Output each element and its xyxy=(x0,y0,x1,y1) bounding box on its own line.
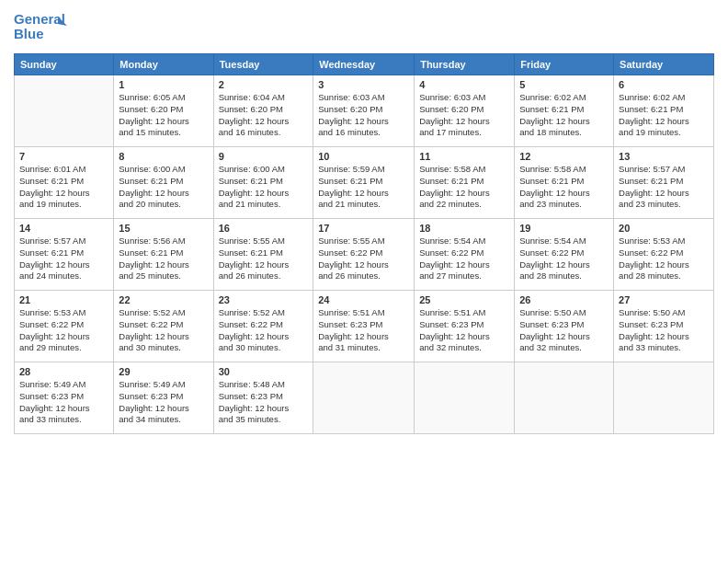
calendar-cell: 1Sunrise: 6:05 AMSunset: 6:20 PMDaylight… xyxy=(114,75,213,147)
day-info: Sunrise: 6:03 AMSunset: 6:20 PMDaylight:… xyxy=(318,92,409,139)
col-header-sunday: Sunday xyxy=(15,54,114,75)
day-number: 24 xyxy=(318,294,409,305)
calendar-cell: 19Sunrise: 5:54 AMSunset: 6:22 PMDayligh… xyxy=(515,219,614,291)
day-number: 19 xyxy=(519,223,609,234)
week-row-4: 21Sunrise: 5:53 AMSunset: 6:22 PMDayligh… xyxy=(15,291,714,362)
day-number: 8 xyxy=(119,151,208,162)
day-number: 9 xyxy=(219,151,309,162)
day-number: 4 xyxy=(419,79,509,90)
day-info: Sunrise: 5:56 AMSunset: 6:21 PMDaylight:… xyxy=(119,236,208,282)
calendar-cell: 24Sunrise: 5:51 AMSunset: 6:23 PMDayligh… xyxy=(313,291,415,362)
day-info: Sunrise: 6:02 AMSunset: 6:21 PMDaylight:… xyxy=(619,92,709,139)
calendar-cell: 30Sunrise: 5:48 AMSunset: 6:23 PMDayligh… xyxy=(213,362,313,434)
calendar-header-row: SundayMondayTuesdayWednesdayThursdayFrid… xyxy=(15,54,714,75)
day-number: 17 xyxy=(318,223,409,234)
day-info: Sunrise: 5:49 AMSunset: 6:23 PMDaylight:… xyxy=(19,379,108,426)
calendar-cell: 8Sunrise: 6:00 AMSunset: 6:21 PMDaylight… xyxy=(114,147,213,219)
day-info: Sunrise: 5:51 AMSunset: 6:23 PMDaylight:… xyxy=(419,307,509,354)
col-header-saturday: Saturday xyxy=(614,54,714,75)
day-info: Sunrise: 5:52 AMSunset: 6:22 PMDaylight:… xyxy=(119,307,208,354)
header: GeneralBlue xyxy=(14,9,714,46)
calendar-cell: 3Sunrise: 6:03 AMSunset: 6:20 PMDaylight… xyxy=(313,75,415,147)
day-number: 23 xyxy=(219,294,309,305)
week-row-2: 7Sunrise: 6:01 AMSunset: 6:21 PMDaylight… xyxy=(15,147,714,219)
calendar-cell xyxy=(515,362,614,434)
day-number: 29 xyxy=(119,366,208,377)
day-info: Sunrise: 6:00 AMSunset: 6:21 PMDaylight:… xyxy=(119,164,208,211)
day-number: 26 xyxy=(519,294,609,305)
day-number: 1 xyxy=(119,79,208,90)
day-info: Sunrise: 5:55 AMSunset: 6:22 PMDaylight:… xyxy=(318,236,409,282)
day-number: 7 xyxy=(19,151,108,162)
day-info: Sunrise: 6:03 AMSunset: 6:20 PMDaylight:… xyxy=(419,92,509,139)
calendar-cell: 9Sunrise: 6:00 AMSunset: 6:21 PMDaylight… xyxy=(213,147,313,219)
col-header-friday: Friday xyxy=(515,54,614,75)
logo-svg: GeneralBlue xyxy=(14,9,69,46)
day-info: Sunrise: 5:59 AMSunset: 6:21 PMDaylight:… xyxy=(318,164,409,211)
day-number: 10 xyxy=(318,151,409,162)
day-info: Sunrise: 6:02 AMSunset: 6:21 PMDaylight:… xyxy=(519,92,609,139)
day-info: Sunrise: 6:01 AMSunset: 6:21 PMDaylight:… xyxy=(19,164,108,211)
day-number: 16 xyxy=(219,223,309,234)
calendar-cell xyxy=(15,75,114,147)
calendar-cell: 21Sunrise: 5:53 AMSunset: 6:22 PMDayligh… xyxy=(15,291,114,362)
day-number: 11 xyxy=(419,151,509,162)
col-header-monday: Monday xyxy=(114,54,213,75)
day-number: 18 xyxy=(419,223,509,234)
calendar-cell: 23Sunrise: 5:52 AMSunset: 6:22 PMDayligh… xyxy=(213,291,313,362)
calendar-cell: 5Sunrise: 6:02 AMSunset: 6:21 PMDaylight… xyxy=(515,75,614,147)
day-info: Sunrise: 6:04 AMSunset: 6:20 PMDaylight:… xyxy=(219,92,309,139)
week-row-5: 28Sunrise: 5:49 AMSunset: 6:23 PMDayligh… xyxy=(15,362,714,434)
day-info: Sunrise: 6:00 AMSunset: 6:21 PMDaylight:… xyxy=(219,164,309,211)
week-row-3: 14Sunrise: 5:57 AMSunset: 6:21 PMDayligh… xyxy=(15,219,714,291)
calendar-cell: 22Sunrise: 5:52 AMSunset: 6:22 PMDayligh… xyxy=(114,291,213,362)
calendar-cell: 27Sunrise: 5:50 AMSunset: 6:23 PMDayligh… xyxy=(614,291,714,362)
col-header-thursday: Thursday xyxy=(415,54,515,75)
day-number: 13 xyxy=(619,151,709,162)
calendar-cell: 16Sunrise: 5:55 AMSunset: 6:21 PMDayligh… xyxy=(213,219,313,291)
calendar-cell: 17Sunrise: 5:55 AMSunset: 6:22 PMDayligh… xyxy=(313,219,415,291)
calendar-cell: 6Sunrise: 6:02 AMSunset: 6:21 PMDaylight… xyxy=(614,75,714,147)
calendar-cell: 13Sunrise: 5:57 AMSunset: 6:21 PMDayligh… xyxy=(614,147,714,219)
calendar-cell: 7Sunrise: 6:01 AMSunset: 6:21 PMDaylight… xyxy=(15,147,114,219)
day-number: 5 xyxy=(519,79,609,90)
day-info: Sunrise: 5:57 AMSunset: 6:21 PMDaylight:… xyxy=(19,236,108,282)
calendar-cell xyxy=(415,362,515,434)
day-info: Sunrise: 5:50 AMSunset: 6:23 PMDaylight:… xyxy=(519,307,609,354)
calendar-cell: 28Sunrise: 5:49 AMSunset: 6:23 PMDayligh… xyxy=(15,362,114,434)
svg-text:General: General xyxy=(14,11,65,27)
day-number: 12 xyxy=(519,151,609,162)
day-info: Sunrise: 5:51 AMSunset: 6:23 PMDaylight:… xyxy=(318,307,409,354)
day-info: Sunrise: 5:49 AMSunset: 6:23 PMDaylight:… xyxy=(119,379,208,426)
calendar-cell: 11Sunrise: 5:58 AMSunset: 6:21 PMDayligh… xyxy=(415,147,515,219)
day-number: 25 xyxy=(419,294,509,305)
day-info: Sunrise: 5:57 AMSunset: 6:21 PMDaylight:… xyxy=(619,164,709,211)
calendar-cell: 12Sunrise: 5:58 AMSunset: 6:21 PMDayligh… xyxy=(515,147,614,219)
calendar-cell xyxy=(313,362,415,434)
calendar-cell: 15Sunrise: 5:56 AMSunset: 6:21 PMDayligh… xyxy=(114,219,213,291)
day-number: 3 xyxy=(318,79,409,90)
day-info: Sunrise: 5:54 AMSunset: 6:22 PMDaylight:… xyxy=(419,236,509,282)
week-row-1: 1Sunrise: 6:05 AMSunset: 6:20 PMDaylight… xyxy=(15,75,714,147)
col-header-tuesday: Tuesday xyxy=(213,54,313,75)
calendar-cell: 2Sunrise: 6:04 AMSunset: 6:20 PMDaylight… xyxy=(213,75,313,147)
day-number: 27 xyxy=(619,294,709,305)
calendar-cell xyxy=(614,362,714,434)
day-number: 15 xyxy=(119,223,208,234)
day-number: 14 xyxy=(19,223,108,234)
svg-text:Blue: Blue xyxy=(14,26,44,41)
day-info: Sunrise: 5:53 AMSunset: 6:22 PMDaylight:… xyxy=(19,307,108,354)
calendar-cell: 26Sunrise: 5:50 AMSunset: 6:23 PMDayligh… xyxy=(515,291,614,362)
page: GeneralBlue SundayMondayTuesdayWednesday… xyxy=(0,0,728,563)
day-info: Sunrise: 5:50 AMSunset: 6:23 PMDaylight:… xyxy=(619,307,709,354)
day-number: 20 xyxy=(619,223,709,234)
calendar-cell: 4Sunrise: 6:03 AMSunset: 6:20 PMDaylight… xyxy=(415,75,515,147)
day-info: Sunrise: 5:58 AMSunset: 6:21 PMDaylight:… xyxy=(419,164,509,211)
calendar-cell: 25Sunrise: 5:51 AMSunset: 6:23 PMDayligh… xyxy=(415,291,515,362)
day-number: 28 xyxy=(19,366,108,377)
calendar-cell: 18Sunrise: 5:54 AMSunset: 6:22 PMDayligh… xyxy=(415,219,515,291)
calendar-table: SundayMondayTuesdayWednesdayThursdayFrid… xyxy=(14,53,714,434)
day-info: Sunrise: 6:05 AMSunset: 6:20 PMDaylight:… xyxy=(119,92,208,139)
day-info: Sunrise: 5:55 AMSunset: 6:21 PMDaylight:… xyxy=(219,236,309,282)
col-header-wednesday: Wednesday xyxy=(313,54,415,75)
